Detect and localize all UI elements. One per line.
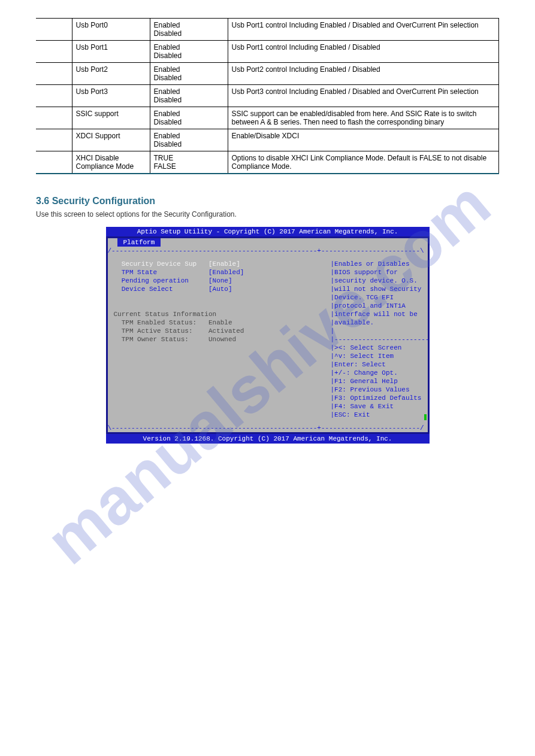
bios-key-hint: |F4: Save & Exit bbox=[331, 403, 394, 410]
table-row: Usb Port1Enabled DisabledUsb Port1 contr… bbox=[36, 41, 499, 63]
bios-option[interactable]: Pending operation [None] bbox=[114, 277, 232, 284]
bios-footer: Version 2.19.1268. Copyright (C) 2017 Am… bbox=[106, 434, 430, 444]
table-row: SSIC supportEnabled DisabledSSIC support… bbox=[36, 107, 499, 129]
bios-key-hint: |ESC: Exit bbox=[331, 411, 370, 418]
table-row: Usb Port3Enabled DisabledUsb Port3 contr… bbox=[36, 85, 499, 107]
bios-option[interactable]: Device Select [Auto] bbox=[114, 286, 232, 293]
bios-status-row: TPM Active Status: Activated bbox=[114, 327, 244, 335]
bios-header: Aptio Setup Utility - Copyright (C) 2017… bbox=[106, 227, 430, 236]
bios-help-line: |Enables or Disables bbox=[331, 260, 410, 268]
bios-option-selected[interactable]: Security Device Sup [Enable] bbox=[114, 260, 240, 268]
bios-divider-top: /---------------------------------------… bbox=[108, 247, 428, 255]
bios-help-line: |protocol and INT1A bbox=[331, 302, 406, 309]
section-heading: 3.6 Security Configuration bbox=[36, 196, 499, 207]
bios-key-hint: |F3: Optimized Defaults bbox=[331, 394, 422, 402]
bios-help-line: |interface will not be bbox=[331, 311, 418, 318]
table-row: Usb Port2Enabled DisabledUsb Port2 contr… bbox=[36, 63, 499, 85]
bios-help-line: |available. bbox=[331, 319, 374, 326]
bios-left-pane: Security Device Sup [Enable] TPM State [… bbox=[110, 257, 331, 421]
bios-tab[interactable]: Platform bbox=[117, 238, 161, 247]
bios-divider-bottom: \---------------------------------------… bbox=[108, 424, 428, 432]
bios-key-hint: |F1: General Help bbox=[331, 378, 398, 385]
bios-help-line: |will not show Security bbox=[331, 286, 422, 293]
section-subtext: Use this screen to select options for th… bbox=[36, 210, 499, 218]
bios-right-pane: |Enables or Disables |BIOS support for |… bbox=[331, 257, 431, 421]
bios-key-hint: |+/-: Change Opt. bbox=[331, 369, 398, 377]
scroll-indicator-icon bbox=[424, 414, 427, 420]
bios-key-hint: |F2: Previous Values bbox=[331, 386, 410, 393]
bios-status-heading: Current Status Information bbox=[114, 311, 217, 318]
bios-status-row: TPM Enabled Status: Enable bbox=[114, 319, 232, 326]
bios-help-line: |security device. O.S. bbox=[331, 277, 418, 284]
bios-key-hint: |Enter: Select bbox=[331, 361, 386, 368]
bios-key-hint: |><: Select Screen bbox=[331, 344, 402, 351]
bios-screen: Platform /------------------------------… bbox=[106, 236, 430, 434]
table-row: Usb Port0Enabled DisabledUsb Port1 contr… bbox=[36, 19, 499, 41]
table-row: XDCI SupportEnabled DisabledEnable/Disab… bbox=[36, 129, 499, 151]
bios-help-line: |BIOS support for bbox=[331, 269, 398, 276]
table-row: XHCI Disable Compliance ModeTRUE FALSEOp… bbox=[36, 151, 499, 174]
bios-help-line: |Device. TCG EFI bbox=[331, 294, 394, 301]
options-table: Usb Port0Enabled DisabledUsb Port1 contr… bbox=[36, 18, 499, 174]
bios-key-hint: |^v: Select Item bbox=[331, 353, 394, 360]
bios-option[interactable]: TPM State [Enabled] bbox=[114, 269, 244, 276]
bios-divider-mid: |------------------------ bbox=[331, 336, 430, 343]
bios-status-row: TPM Owner Status: Unowned bbox=[114, 336, 237, 343]
